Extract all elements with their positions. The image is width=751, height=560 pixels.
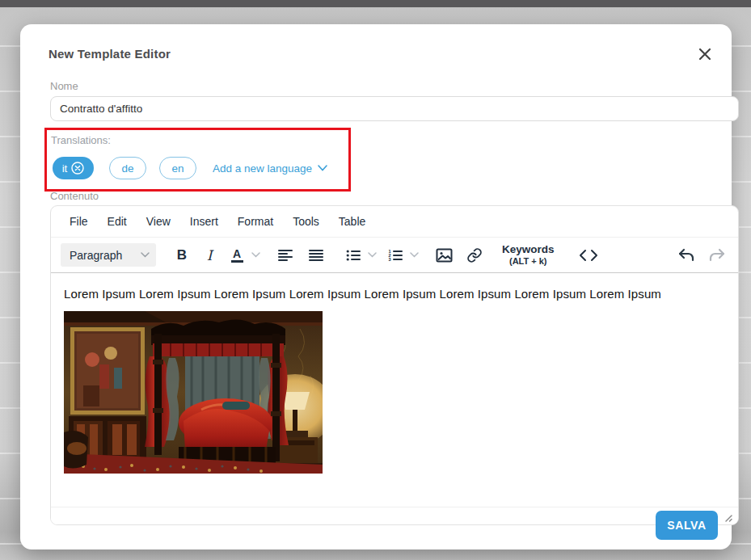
paragraph-style-select[interactable]: Paragraph [61,243,156,267]
nome-input[interactable] [50,96,739,121]
language-pill-de[interactable]: de [109,157,146,179]
language-pills: it de en Add a new language [53,157,327,179]
bullet-list-menu-chevron[interactable] [365,252,379,258]
nome-label: Nome [50,80,78,92]
menu-table[interactable]: Table [330,211,374,232]
menu-file[interactable]: File [61,211,97,232]
editor-toolbar: Paragraph B I A [51,238,738,273]
content-paragraph: Lorem Ipsum Lorem Ipsum Lorem Ipsum Lore… [64,287,725,301]
chevron-down-icon [368,252,377,258]
rich-text-editor: File Edit View Insert Format Tools Table… [50,205,739,525]
language-pill-label: de [121,162,133,175]
menu-format[interactable]: Format [229,211,282,232]
bullet-list-icon[interactable] [342,244,365,267]
language-pill-en[interactable]: en [159,157,196,179]
chevron-down-icon [410,252,419,258]
text-color-menu-chevron[interactable] [248,252,263,258]
language-pill-label: en [171,162,184,175]
remove-language-icon[interactable] [71,162,84,175]
translations-label: Translations: [51,134,111,146]
insert-link-icon[interactable] [463,244,486,267]
text-color-button[interactable]: A [226,244,248,267]
background-topbar [0,0,751,7]
bold-button[interactable]: B [171,244,193,267]
redo-icon[interactable] [706,244,728,267]
menu-view[interactable]: View [137,211,179,232]
language-pill-it[interactable]: it [53,157,94,179]
numbered-list-menu-chevron[interactable] [407,252,421,258]
menu-tools[interactable]: Tools [284,211,328,232]
close-icon[interactable] [696,45,714,63]
italic-button[interactable]: I [198,244,221,267]
language-pill-label: it [62,162,68,175]
add-language-dropdown[interactable]: Add a new language [213,162,327,175]
save-button[interactable]: SALVA [656,511,718,540]
bedroom-photo[interactable] [64,311,323,474]
svg-text:3: 3 [388,257,390,262]
dialog-title: New Template Editor [49,47,171,61]
editor-statusbar [51,507,738,525]
menu-insert[interactable]: Insert [181,211,227,232]
undo-icon[interactable] [675,244,698,267]
new-template-editor-dialog: New Template Editor Nome Translations: i… [20,24,732,549]
add-language-label: Add a new language [213,162,312,175]
keywords-button[interactable]: Keywords (ALT + k) [494,243,563,266]
align-left-icon[interactable] [274,244,297,267]
editor-resize-handle[interactable] [723,512,733,522]
numbered-list-icon[interactable]: 123 [384,244,407,267]
contenuto-label: Contenuto [50,190,99,202]
editor-content-area[interactable]: Lorem Ipsum Lorem Ipsum Lorem Ipsum Lore… [51,273,738,507]
chevron-down-icon [251,252,260,258]
editor-menubar: File Edit View Insert Format Tools Table [51,206,738,238]
menu-edit[interactable]: Edit [99,211,136,232]
insert-image-icon[interactable] [432,244,455,267]
chevron-down-icon [141,252,150,258]
paragraph-style-value: Paragraph [70,249,122,262]
chevron-down-icon [318,165,327,171]
justify-icon[interactable] [305,244,327,267]
text-color-swatch [231,260,243,263]
source-code-icon[interactable] [577,244,600,267]
